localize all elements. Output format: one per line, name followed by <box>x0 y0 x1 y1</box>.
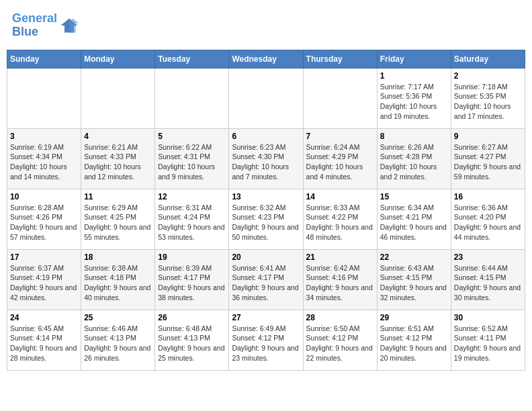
day-number: 27 <box>232 313 300 322</box>
day-info: Sunrise: 7:18 AM Sunset: 5:35 PM Dayligh… <box>454 82 522 122</box>
day-info: Sunrise: 6:24 AM Sunset: 4:29 PM Dayligh… <box>306 142 374 182</box>
calendar-header-row: SundayMondayTuesdayWednesdayThursdayFrid… <box>7 50 525 68</box>
calendar-cell: 6Sunrise: 6:23 AM Sunset: 4:30 PM Daylig… <box>229 128 303 189</box>
calendar-cell <box>303 68 377 128</box>
day-number: 16 <box>454 192 522 201</box>
calendar-week-0: 1Sunrise: 7:17 AM Sunset: 5:36 PM Daylig… <box>7 68 525 128</box>
calendar-cell <box>229 68 303 128</box>
day-number: 11 <box>84 192 152 201</box>
day-number: 15 <box>380 192 448 201</box>
day-number: 12 <box>158 192 226 201</box>
calendar-week-2: 10Sunrise: 6:28 AM Sunset: 4:26 PM Dayli… <box>7 189 525 249</box>
day-number: 29 <box>380 313 448 322</box>
day-info: Sunrise: 6:23 AM Sunset: 4:30 PM Dayligh… <box>232 142 300 182</box>
calendar-cell: 12Sunrise: 6:31 AM Sunset: 4:24 PM Dayli… <box>155 189 229 249</box>
day-info: Sunrise: 6:29 AM Sunset: 4:25 PM Dayligh… <box>84 203 152 242</box>
calendar-cell <box>7 68 81 128</box>
calendar-cell <box>155 68 229 128</box>
day-info: Sunrise: 6:27 AM Sunset: 4:27 PM Dayligh… <box>454 142 522 182</box>
day-number: 28 <box>306 313 374 322</box>
column-header-tuesday: Tuesday <box>155 50 229 68</box>
logo-text: GeneralBlue <box>12 12 57 39</box>
day-number: 1 <box>380 71 448 81</box>
calendar-table: SundayMondayTuesdayWednesdayThursdayFrid… <box>7 50 525 371</box>
calendar-cell: 16Sunrise: 6:36 AM Sunset: 4:20 PM Dayli… <box>451 189 525 249</box>
day-info: Sunrise: 6:21 AM Sunset: 4:33 PM Dayligh… <box>84 142 152 182</box>
day-number: 2 <box>454 71 522 81</box>
logo: GeneralBlue <box>7 7 84 44</box>
day-info: Sunrise: 6:39 AM Sunset: 4:17 PM Dayligh… <box>158 263 226 303</box>
calendar-cell: 30Sunrise: 6:52 AM Sunset: 4:11 PM Dayli… <box>451 310 525 370</box>
calendar-cell: 29Sunrise: 6:51 AM Sunset: 4:12 PM Dayli… <box>377 310 451 370</box>
calendar-cell: 7Sunrise: 6:24 AM Sunset: 4:29 PM Daylig… <box>303 128 377 189</box>
calendar-cell: 15Sunrise: 6:34 AM Sunset: 4:21 PM Dayli… <box>377 189 451 249</box>
day-number: 4 <box>84 132 152 141</box>
calendar-cell: 22Sunrise: 6:43 AM Sunset: 4:15 PM Dayli… <box>377 249 451 310</box>
day-number: 20 <box>232 253 300 262</box>
day-info: Sunrise: 6:37 AM Sunset: 4:19 PM Dayligh… <box>10 263 78 303</box>
calendar-cell: 21Sunrise: 6:42 AM Sunset: 4:16 PM Dayli… <box>303 249 377 310</box>
day-info: Sunrise: 6:28 AM Sunset: 4:26 PM Dayligh… <box>10 203 78 242</box>
day-info: Sunrise: 6:42 AM Sunset: 4:16 PM Dayligh… <box>306 263 374 303</box>
calendar-cell: 27Sunrise: 6:49 AM Sunset: 4:12 PM Dayli… <box>229 310 303 370</box>
calendar-cell: 19Sunrise: 6:39 AM Sunset: 4:17 PM Dayli… <box>155 249 229 310</box>
column-header-friday: Friday <box>377 50 451 68</box>
day-info: Sunrise: 6:44 AM Sunset: 4:15 PM Dayligh… <box>454 263 522 303</box>
day-number: 30 <box>454 313 522 322</box>
calendar-cell: 24Sunrise: 6:45 AM Sunset: 4:14 PM Dayli… <box>7 310 81 370</box>
calendar-cell: 17Sunrise: 6:37 AM Sunset: 4:19 PM Dayli… <box>7 249 81 310</box>
day-number: 18 <box>84 253 152 262</box>
calendar-week-1: 3Sunrise: 6:19 AM Sunset: 4:34 PM Daylig… <box>7 128 525 189</box>
calendar-cell: 8Sunrise: 6:26 AM Sunset: 4:28 PM Daylig… <box>377 128 451 189</box>
day-number: 26 <box>158 313 226 322</box>
day-number: 5 <box>158 132 226 141</box>
calendar-cell: 3Sunrise: 6:19 AM Sunset: 4:34 PM Daylig… <box>7 128 81 189</box>
calendar-cell: 14Sunrise: 6:33 AM Sunset: 4:22 PM Dayli… <box>303 189 377 249</box>
day-number: 7 <box>306 132 374 141</box>
day-info: Sunrise: 6:46 AM Sunset: 4:13 PM Dayligh… <box>84 324 152 363</box>
calendar-cell: 20Sunrise: 6:41 AM Sunset: 4:17 PM Dayli… <box>229 249 303 310</box>
day-info: Sunrise: 6:38 AM Sunset: 4:18 PM Dayligh… <box>84 263 152 303</box>
day-number: 10 <box>10 192 78 201</box>
day-number: 19 <box>158 253 226 262</box>
day-info: Sunrise: 6:41 AM Sunset: 4:17 PM Dayligh… <box>232 263 300 303</box>
column-header-sunday: Sunday <box>7 50 81 68</box>
day-info: Sunrise: 6:34 AM Sunset: 4:21 PM Dayligh… <box>380 203 448 242</box>
calendar-cell: 28Sunrise: 6:50 AM Sunset: 4:12 PM Dayli… <box>303 310 377 370</box>
column-header-saturday: Saturday <box>451 50 525 68</box>
day-info: Sunrise: 6:51 AM Sunset: 4:12 PM Dayligh… <box>380 324 448 363</box>
day-number: 23 <box>454 253 522 262</box>
day-info: Sunrise: 6:48 AM Sunset: 4:13 PM Dayligh… <box>158 324 226 363</box>
column-header-thursday: Thursday <box>303 50 377 68</box>
day-number: 8 <box>380 132 448 141</box>
calendar-cell: 5Sunrise: 6:22 AM Sunset: 4:31 PM Daylig… <box>155 128 229 189</box>
day-number: 6 <box>232 132 300 141</box>
day-info: Sunrise: 6:19 AM Sunset: 4:34 PM Dayligh… <box>10 142 78 182</box>
calendar-cell: 26Sunrise: 6:48 AM Sunset: 4:13 PM Dayli… <box>155 310 229 370</box>
day-number: 25 <box>84 313 152 322</box>
logo-icon <box>60 16 79 35</box>
day-info: Sunrise: 6:36 AM Sunset: 4:20 PM Dayligh… <box>454 203 522 242</box>
title-area <box>515 7 525 17</box>
day-number: 13 <box>232 192 300 201</box>
day-info: Sunrise: 6:50 AM Sunset: 4:12 PM Dayligh… <box>306 324 374 363</box>
calendar-week-3: 17Sunrise: 6:37 AM Sunset: 4:19 PM Dayli… <box>7 249 525 310</box>
column-header-monday: Monday <box>81 50 155 68</box>
day-number: 14 <box>306 192 374 201</box>
day-number: 22 <box>380 253 448 262</box>
day-info: Sunrise: 6:45 AM Sunset: 4:14 PM Dayligh… <box>10 324 78 363</box>
day-info: Sunrise: 7:17 AM Sunset: 5:36 PM Dayligh… <box>380 82 448 122</box>
calendar-cell: 13Sunrise: 6:32 AM Sunset: 4:23 PM Dayli… <box>229 189 303 249</box>
day-info: Sunrise: 6:22 AM Sunset: 4:31 PM Dayligh… <box>158 142 226 182</box>
day-number: 9 <box>454 132 522 141</box>
day-info: Sunrise: 6:43 AM Sunset: 4:15 PM Dayligh… <box>380 263 448 303</box>
day-info: Sunrise: 6:49 AM Sunset: 4:12 PM Dayligh… <box>232 324 300 363</box>
day-info: Sunrise: 6:52 AM Sunset: 4:11 PM Dayligh… <box>454 324 522 363</box>
calendar-cell: 23Sunrise: 6:44 AM Sunset: 4:15 PM Dayli… <box>451 249 525 310</box>
column-header-wednesday: Wednesday <box>229 50 303 68</box>
day-info: Sunrise: 6:32 AM Sunset: 4:23 PM Dayligh… <box>232 203 300 242</box>
calendar-cell: 11Sunrise: 6:29 AM Sunset: 4:25 PM Dayli… <box>81 189 155 249</box>
calendar-cell <box>81 68 155 128</box>
day-number: 21 <box>306 253 374 262</box>
day-number: 3 <box>10 132 78 141</box>
